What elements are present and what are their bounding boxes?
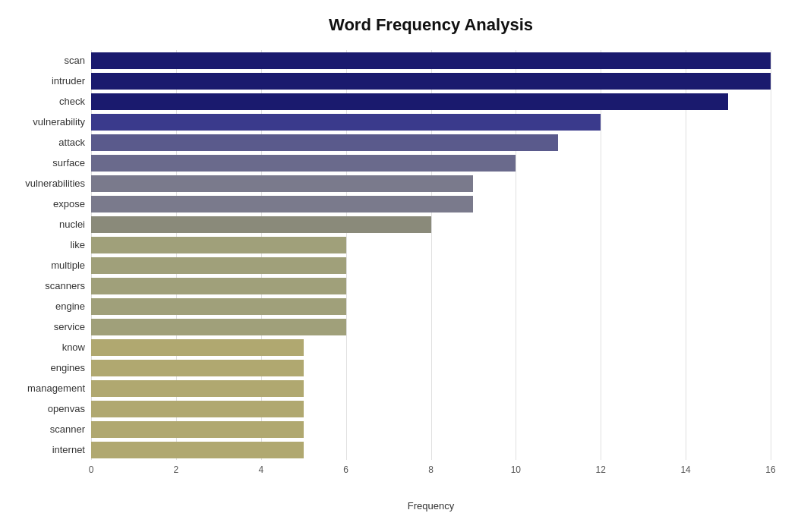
bar-row: intruder — [91, 71, 771, 91]
bar — [91, 339, 304, 356]
bar — [91, 73, 771, 90]
bar-label: know — [0, 342, 91, 353]
bar-row: vulnerabilities — [91, 173, 771, 194]
bar-label: scan — [0, 55, 91, 66]
bar-row: service — [91, 316, 771, 337]
bar — [91, 298, 346, 315]
x-tick: 4 — [258, 464, 263, 475]
bar-label: scanner — [0, 423, 91, 435]
bar-row: scanner — [91, 419, 771, 439]
x-tick: 8 — [428, 464, 434, 475]
bar-label: management — [0, 382, 91, 394]
bar-label: engines — [0, 362, 91, 373]
bar-row: expose — [91, 194, 771, 214]
bar-label: multiple — [0, 260, 91, 271]
bar-label: scanners — [0, 280, 91, 291]
bar-row: vulnerability — [91, 112, 771, 132]
bar-label: service — [0, 321, 91, 332]
bar — [91, 401, 304, 417]
bar-row: multiple — [91, 255, 771, 275]
x-tick: 2 — [174, 464, 179, 475]
bar-label: vulnerabilities — [0, 178, 91, 189]
bar — [91, 52, 771, 69]
x-tick: 0 — [89, 464, 94, 475]
bar-row: management — [91, 378, 771, 398]
bar-label: intruder — [0, 75, 91, 87]
bar-label: engine — [0, 301, 91, 312]
chart-container: Word Frequency Analysis scanintruderchec… — [0, 0, 801, 532]
bar-row: like — [91, 235, 771, 255]
bar-row: openvas — [91, 398, 771, 419]
bar-label: internet — [0, 444, 91, 455]
x-axis-label: Frequency — [408, 500, 454, 512]
bar — [91, 114, 601, 131]
x-tick: 14 — [680, 464, 690, 475]
bar — [91, 319, 346, 335]
bar-row: scanners — [91, 275, 771, 296]
bar — [91, 93, 728, 110]
bar — [91, 196, 473, 212]
bar-label: openvas — [0, 403, 91, 414]
x-tick: 16 — [765, 464, 775, 475]
bar-label: vulnerability — [0, 116, 91, 127]
bar-row: know — [91, 337, 771, 357]
bar-row: engine — [91, 296, 771, 316]
bar-row: check — [91, 91, 771, 112]
bar-label: expose — [0, 198, 91, 209]
bars-wrapper: scanintrudercheckvulnerabilityattacksurf… — [91, 50, 771, 460]
bar-row: scan — [91, 50, 771, 71]
bar — [91, 380, 304, 397]
bar — [91, 216, 431, 233]
bar — [91, 134, 558, 151]
bar — [91, 421, 304, 438]
bar-label: nuclei — [0, 219, 91, 230]
bar — [91, 175, 473, 192]
bar-row: surface — [91, 153, 771, 173]
bar — [91, 442, 304, 458]
bar-row: engines — [91, 357, 771, 378]
chart-area: scanintrudercheckvulnerabilityattacksurf… — [91, 50, 771, 490]
bar — [91, 278, 346, 294]
x-tick: 12 — [596, 464, 606, 475]
x-tick: 6 — [343, 464, 348, 475]
chart-title: Word Frequency Analysis — [91, 15, 771, 35]
grid-line — [771, 50, 771, 460]
bar-label: like — [0, 239, 91, 250]
x-tick: 10 — [511, 464, 521, 475]
bar — [91, 237, 346, 253]
bar-label: check — [0, 96, 91, 107]
bar — [91, 257, 346, 274]
bar — [91, 155, 516, 172]
bar-row: attack — [91, 132, 771, 153]
x-axis: Frequency 0246810121416 — [91, 460, 771, 490]
bar-row: internet — [91, 439, 771, 460]
bar-label: attack — [0, 137, 91, 148]
bar-row: nuclei — [91, 214, 771, 235]
bar-label: surface — [0, 157, 91, 168]
bar — [91, 360, 304, 376]
